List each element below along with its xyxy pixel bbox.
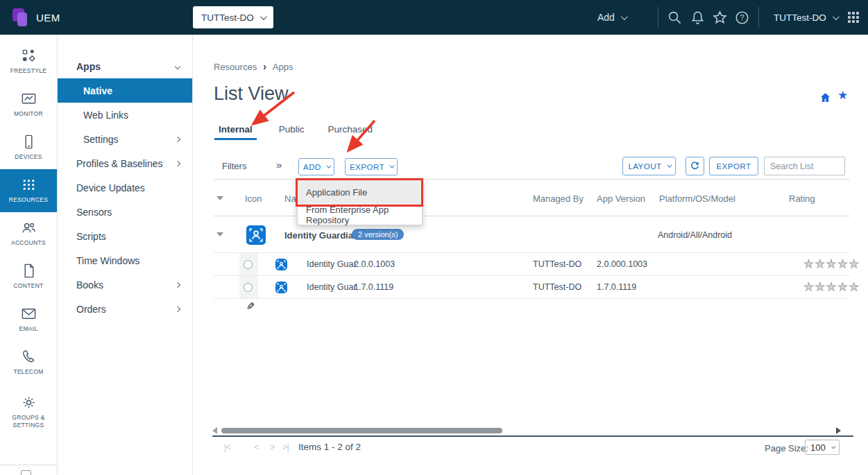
expand-all-caret-icon[interactable]: [216, 196, 223, 200]
topbar-divider: [758, 7, 759, 28]
sidebar-item-profiles-baselines[interactable]: Profiles & Baselines: [58, 151, 192, 175]
rail-item-content[interactable]: CONTENT: [0, 255, 57, 298]
filters-expand-icon[interactable]: »: [276, 159, 282, 171]
rail-item-monitor[interactable]: MONITOR: [0, 83, 57, 126]
chevron-right-icon: [175, 136, 180, 141]
app-name-link[interactable]: Identity Guar: [307, 282, 357, 292]
col-header-rating[interactable]: Rating: [789, 193, 815, 204]
breadcrumb-separator-icon: ›: [263, 61, 266, 72]
chevron-right-icon: [175, 306, 180, 311]
devices-phone-icon: [21, 134, 37, 150]
search-icon[interactable]: [667, 10, 683, 26]
edit-pencil-icon[interactable]: ✎: [246, 300, 255, 313]
top-bar: UEM TUTTest-DO Add ? TUTTest-DO: [0, 0, 868, 35]
tab-purchased[interactable]: Purchased: [328, 122, 373, 140]
uem-logo-icon: [12, 8, 31, 26]
platform-value: Android/All/Android: [658, 230, 732, 240]
sidebar-item-web-links[interactable]: Web Links: [58, 103, 192, 127]
identity-guardian-app-icon-small: [275, 259, 287, 270]
rail-item-devices[interactable]: DEVICES: [0, 126, 57, 169]
chevron-right-icon: [175, 282, 180, 287]
rail-item-resources[interactable]: RESOURCES: [0, 169, 57, 212]
app-version-row[interactable]: Identity Guar 1.7.0.1119 TUTTest-DO 1.7.…: [214, 276, 850, 299]
chevron-down-icon: [833, 13, 840, 20]
pager-next-button[interactable]: >: [270, 442, 275, 452]
pager-last-button[interactable]: >|: [282, 442, 289, 452]
sidebar-item-books[interactable]: Books: [58, 273, 192, 297]
sidebar-item-orders[interactable]: Orders: [58, 297, 192, 321]
sidebar-item-time-windows[interactable]: Time Windows: [58, 248, 192, 273]
rail-item-accounts[interactable]: ACCOUNTS: [0, 212, 57, 255]
tab-internal[interactable]: Internal: [219, 122, 253, 140]
row-radio-button[interactable]: [244, 283, 253, 292]
col-header-platform[interactable]: Platform/OS/Model: [659, 193, 735, 204]
help-icon[interactable]: ?: [734, 10, 750, 26]
sidebar-item-settings[interactable]: Settings: [58, 127, 192, 151]
resources-grid-icon: [21, 177, 37, 193]
sidebar-item-native[interactable]: Native: [58, 78, 192, 103]
sidebar-item-scripts[interactable]: Scripts: [58, 224, 192, 248]
pager-first-button[interactable]: |<: [224, 442, 230, 452]
page-size-select[interactable]: 100: [805, 440, 840, 455]
search-list-input[interactable]: [764, 157, 845, 175]
app-name-link[interactable]: Identity Guar: [307, 259, 357, 269]
app-grid-icon[interactable]: [848, 12, 859, 23]
refresh-button[interactable]: [686, 157, 704, 175]
layout-button[interactable]: LAYOUT: [622, 157, 676, 175]
account-menu[interactable]: TUTTest-DO: [774, 0, 837, 35]
export-button[interactable]: EXPORT: [345, 158, 398, 175]
sidebar-item-device-updates[interactable]: Device Updates: [58, 175, 192, 200]
page-title: List View: [214, 83, 289, 105]
export-grid-button[interactable]: EXPORT: [709, 157, 758, 175]
app-name-link[interactable]: Identity Guardian: [284, 230, 359, 241]
items-count-label: Items 1 - 2 of 2: [298, 442, 361, 452]
tab-public[interactable]: Public: [279, 122, 305, 140]
filters-toggle[interactable]: Filters: [222, 161, 246, 171]
scroll-right-arrow-icon[interactable]: [836, 427, 841, 434]
version-inline: 1.7.0.1119: [354, 282, 393, 292]
managed-by-value: TUTTest-DO: [533, 282, 581, 292]
rating-stars: ★★★★★: [800, 280, 864, 293]
topbar-divider: [658, 7, 658, 28]
collapse-group-caret-icon[interactable]: [216, 232, 223, 236]
scroll-left-arrow-icon[interactable]: [212, 427, 217, 434]
breadcrumb-resources[interactable]: Resources: [214, 62, 257, 72]
managed-by-value: TUTTest-DO: [533, 259, 581, 269]
organization-group-selector[interactable]: TUTTest-DO: [193, 6, 273, 28]
breadcrumb-apps[interactable]: Apps: [273, 62, 293, 72]
rail-item-freestyle[interactable]: FREESTYLE: [0, 40, 57, 83]
chevron-down-icon: [667, 163, 672, 168]
row-actions: ✎: [214, 299, 850, 317]
favorite-star-icon[interactable]: ★: [837, 88, 848, 103]
resources-submenu: Apps Native Web Links Settings Profiles …: [58, 35, 193, 475]
menu-item-enterprise-app-repository[interactable]: From Enterprise App Repository: [298, 205, 422, 225]
version-count-badge: 2 version(s): [352, 229, 404, 240]
rail-divider: [0, 465, 57, 465]
rail-item-groups-settings[interactable]: GROUPS & SETTINGS: [0, 384, 57, 440]
row-radio-button[interactable]: [244, 260, 253, 269]
content-document-icon: [21, 263, 37, 279]
menu-item-application-file[interactable]: Application File: [298, 180, 422, 205]
col-header-app-version[interactable]: App Version: [597, 193, 645, 204]
add-menu-button[interactable]: Add: [597, 0, 626, 35]
horizontal-scrollbar: [212, 427, 851, 434]
app-version-value: 2.0.000.1003: [597, 259, 647, 269]
chevron-down-icon: [326, 164, 331, 169]
add-button[interactable]: ADD: [298, 158, 334, 175]
col-header-icon[interactable]: Icon: [245, 193, 262, 204]
rail-item-telecom[interactable]: TELECOM: [0, 341, 57, 384]
sidebar-section-apps[interactable]: Apps: [58, 54, 192, 78]
page-size-label: Page Size:: [765, 443, 808, 454]
pager-prev-button[interactable]: <: [254, 442, 259, 452]
scrollbar-thumb[interactable]: [221, 428, 502, 433]
email-envelope-icon: [21, 306, 37, 322]
notifications-bell-icon[interactable]: [690, 10, 706, 26]
sidebar-item-sensors[interactable]: Sensors: [58, 200, 192, 224]
primary-nav-rail: FREESTYLE MONITOR DEVICES RESOURCES ACCO…: [0, 35, 58, 475]
app-version-row[interactable]: Identity Guar 2.0.0.1003 TUTTest-DO 2.0.…: [214, 253, 850, 276]
home-icon[interactable]: [819, 92, 831, 103]
col-header-managed-by[interactable]: Managed By: [533, 193, 584, 204]
rail-item-email[interactable]: EMAIL: [0, 298, 57, 341]
chevron-down-icon: [831, 444, 836, 449]
favorites-star-icon[interactable]: [712, 10, 728, 26]
